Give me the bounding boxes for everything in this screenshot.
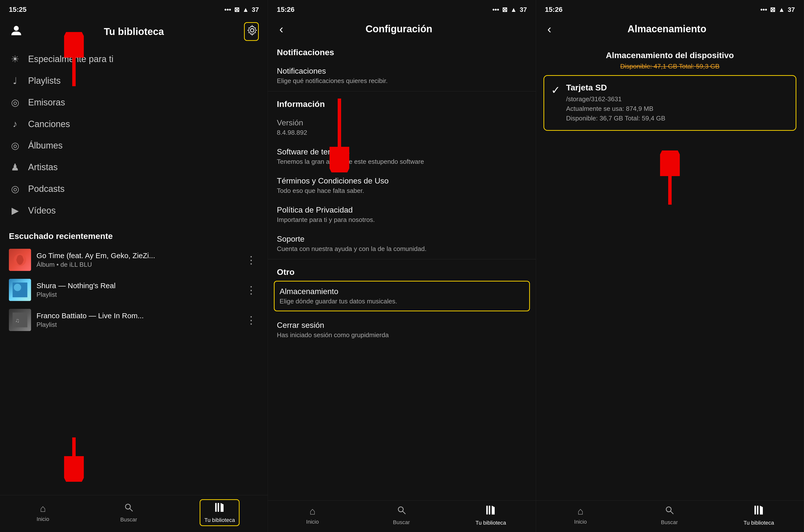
section-informacion: Información <box>268 92 535 113</box>
video-icon: ▶ <box>9 205 21 216</box>
status-icons-3: ••• ⊠ ▲ 37 <box>761 6 795 14</box>
search-icon-3 <box>664 505 674 517</box>
bottom-buscar-label-2: Buscar <box>393 519 410 526</box>
bottom-inicio-2[interactable]: ⌂ Inicio <box>298 506 327 525</box>
sd-card-title: Tarjeta SD <box>566 83 665 92</box>
storage-content: Almacenamiento del dispositivo Disponibl… <box>536 41 804 500</box>
library-icon-1 <box>214 502 225 515</box>
status-bar-2: 15:26 ••• ⊠ ▲ 37 <box>268 0 535 17</box>
settings-soporte[interactable]: Soporte Cuenta con nuestra ayuda y con l… <box>268 229 535 258</box>
svg-rect-16 <box>486 506 488 514</box>
bottom-inicio-label-2: Inicio <box>306 519 319 525</box>
back-button-2[interactable]: ‹ <box>277 22 286 36</box>
notificaciones-sub: Elige qué notificaciones quieres recibir… <box>277 77 527 85</box>
sun-icon: ☀ <box>9 54 21 64</box>
device-storage-title: Almacenamiento del dispositivo <box>541 45 799 62</box>
nav-especialmente[interactable]: ☀ Especialmente para ti <box>0 48 268 70</box>
version-sub: 8.4.98.892 <box>277 129 527 136</box>
header-configuracion: ‹ Configuración <box>268 17 535 41</box>
nav-artistas-label: Artistas <box>28 162 58 172</box>
privacidad-sub: Importante para ti y para nosotros. <box>277 216 527 224</box>
wifi-icon-3: ▲ <box>779 6 785 14</box>
settings-privacidad[interactable]: Política de Privacidad Importante para t… <box>268 200 535 229</box>
version-title: Versión <box>277 118 527 127</box>
bottom-library-3[interactable]: Tu biblioteca <box>744 505 774 526</box>
cerrar-sesion-title: Cerrar sesión <box>277 321 527 330</box>
thumb-go <box>9 249 31 271</box>
nav-list: ☀ Especialmente para ti ♩ Playlists ◎ Em… <box>0 46 268 224</box>
bottom-buscar-3[interactable]: Buscar <box>655 505 684 526</box>
nav-emisoras-label: Emisoras <box>28 97 65 108</box>
bottom-inicio-3[interactable]: ⌂ Inicio <box>566 506 595 525</box>
sd-card-path: /storage/3162-3631 <box>566 94 665 104</box>
bottom-buscar-1[interactable]: Buscar <box>114 502 143 523</box>
nav-podcasts-label: Podcasts <box>28 184 65 194</box>
svg-text:♫: ♫ <box>15 317 19 324</box>
svg-rect-21 <box>754 506 756 514</box>
more-options-0[interactable]: ⋮ <box>243 254 259 266</box>
settings-gear-button[interactable] <box>244 22 259 41</box>
svg-point-1 <box>251 28 254 32</box>
nav-podcasts[interactable]: ◎ Podcasts <box>0 178 268 200</box>
bottom-nav-2: ⌂ Inicio Buscar Tu biblioteca <box>268 500 535 532</box>
recent-item-0[interactable]: Go Time (feat. Ay Em, Geko, ZieZi... Álb… <box>0 245 268 275</box>
settings-terminos[interactable]: Términos y Condiciones de Uso Todo eso q… <box>268 171 535 200</box>
svg-point-0 <box>14 26 19 31</box>
almacenamiento-sub: Elige dónde guardar tus datos musicales. <box>279 298 524 305</box>
home-icon-2: ⌂ <box>310 506 315 517</box>
sd-card-option[interactable]: ✓ Tarjeta SD /storage/3162-3631 Actualme… <box>544 75 796 131</box>
bottom-library-2[interactable]: Tu biblioteca <box>475 505 506 526</box>
bottom-inicio-1[interactable]: ⌂ Inicio <box>28 503 58 522</box>
time-1: 15:25 <box>9 6 26 14</box>
recent-info-1: Shura — Nothing's Real Playlist <box>36 282 238 299</box>
signal-dots-3: ••• <box>761 6 767 14</box>
recent-title-2: Franco Battiato — Live In Rom... <box>36 311 238 320</box>
library-icon-3 <box>753 505 764 518</box>
status-bar-3: 15:26 ••• ⊠ ▲ 37 <box>536 0 804 17</box>
svg-rect-5 <box>13 312 28 327</box>
nav-albumes[interactable]: ◎ Álbumes <box>0 135 268 156</box>
screen-almacenamiento: 15:26 ••• ⊠ ▲ 37 ‹ Almacenamiento Almace… <box>536 0 804 532</box>
time-2: 15:26 <box>277 6 294 14</box>
svg-rect-22 <box>757 506 759 514</box>
signal-dots-2: ••• <box>492 6 499 14</box>
nav-playlists[interactable]: ♩ Playlists <box>0 70 268 92</box>
settings-almacenamiento[interactable]: Almacenamiento Elige dónde guardar tus d… <box>274 281 530 311</box>
recent-item-2[interactable]: ♫ Franco Battiato — Live In Rom... Playl… <box>0 305 268 335</box>
status-icons-1: ••• ⊠ ▲ 37 <box>224 6 259 14</box>
nav-artistas[interactable]: ♟ Artistas <box>0 156 268 178</box>
signal-box-icon-2: ⊠ <box>502 6 508 14</box>
more-options-1[interactable]: ⋮ <box>243 284 259 296</box>
recent-info-0: Go Time (feat. Ay Em, Geko, ZieZi... Álb… <box>36 251 238 268</box>
settings-software[interactable]: Software de terceros Tenemos la gran ayu… <box>268 142 535 171</box>
bottom-library-1[interactable]: Tu biblioteca <box>200 499 240 526</box>
recent-sub-0: Álbum • de iLL BLU <box>36 261 238 268</box>
nav-videos[interactable]: ▶ Vídeos <box>0 200 268 222</box>
nav-canciones-label: Canciones <box>28 119 70 129</box>
settings-cerrar-sesion[interactable]: Cerrar sesión Has iniciado sesión como g… <box>268 315 535 344</box>
recent-item-1[interactable]: Shura — Nothing's Real Playlist ⋮ <box>0 275 268 305</box>
almacenamiento-title: Almacenamiento <box>279 287 524 296</box>
nav-videos-label: Vídeos <box>28 205 56 216</box>
search-icon-1 <box>124 502 133 514</box>
nav-emisoras[interactable]: ◎ Emisoras <box>0 92 268 113</box>
nav-playlists-label: Playlists <box>28 76 61 86</box>
recent-title-1: Shura — Nothing's Real <box>36 282 238 290</box>
settings-notificaciones[interactable]: Notificaciones Elige qué notificaciones … <box>268 61 535 90</box>
settings-content: Notificaciones Notificaciones Elige qué … <box>268 41 535 500</box>
recent-sub-2: Playlist <box>36 321 238 328</box>
nav-canciones[interactable]: ♪ Canciones <box>0 113 268 135</box>
bottom-library-label-3: Tu biblioteca <box>744 520 774 526</box>
header-almacenamiento: ‹ Almacenamiento <box>536 17 804 41</box>
music-note-icon: ♩ <box>9 75 21 86</box>
thumb-shura <box>9 279 31 301</box>
terminos-title: Términos y Condiciones de Uso <box>277 176 527 186</box>
podcast-icon: ◎ <box>9 184 21 194</box>
artist-icon: ♟ <box>9 162 21 173</box>
back-button-3[interactable]: ‹ <box>545 22 554 36</box>
screen-biblioteca: 15:25 ••• ⊠ ▲ 37 Tu biblioteca ☀ Especia… <box>0 0 268 532</box>
more-options-2[interactable]: ⋮ <box>243 314 259 326</box>
bottom-buscar-2[interactable]: Buscar <box>387 505 416 526</box>
arrow-up-sd <box>541 151 799 205</box>
profile-icon[interactable] <box>9 24 24 39</box>
